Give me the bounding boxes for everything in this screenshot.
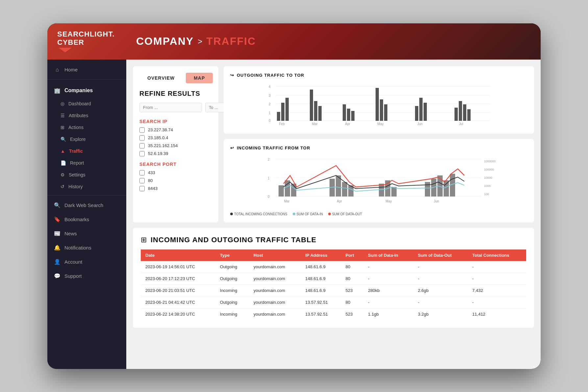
tab-row: OVERVIEW MAP <box>139 73 212 83</box>
incoming-chart-svg: 2 1 0 1000000 100000 10000 1000 100 <box>230 156 527 208</box>
svg-rect-11 <box>281 103 284 121</box>
svg-text:Jul: Jul <box>459 122 463 126</box>
table-title: INCOMING AND OUTGOING TRAFFIC TABLE <box>151 236 316 244</box>
table-cell-port: 523 <box>341 308 363 320</box>
table-row: 2023-06-20 21:03:51 UTCIncomingyourdomai… <box>141 284 526 296</box>
svg-rect-13 <box>310 90 313 121</box>
sidebar-item-home[interactable]: ⌂ Home <box>47 63 126 77</box>
sidebar-item-darkweb[interactable]: 🔍 Dark Web Search <box>47 198 126 212</box>
dashboard-icon: ◎ <box>61 101 64 106</box>
refine-results-title: REFINE RESULTS <box>139 90 212 97</box>
table-cell-type: Outgoing <box>215 296 249 308</box>
companies-icon: 🏢 <box>54 88 61 94</box>
ip-checkbox-input-2[interactable] <box>139 135 145 141</box>
port-checkbox-input-8443[interactable] <box>139 186 145 191</box>
incoming-traffic-chart: ↩ INCOMING TRAFFIC FROM TOR 2 1 0 100000… <box>224 139 534 222</box>
table-cell-data_out: - <box>413 273 468 284</box>
svg-text:100000: 100000 <box>484 168 494 171</box>
sidebar-item-support[interactable]: 💬 Support <box>47 269 126 283</box>
table-cell-data_out: 3.2gb <box>413 308 468 320</box>
support-icon: 💬 <box>54 273 61 279</box>
table-cell-host: yourdomain.com <box>249 308 301 320</box>
svg-rect-15 <box>318 106 322 121</box>
ip-checkbox-2[interactable]: 23.185.0.4 <box>139 135 212 141</box>
charts-panel: ↪ OUTGOING TRAFFIC TO TOR 4 3 2 1 0 <box>224 66 534 222</box>
tab-overview[interactable]: OVERVIEW <box>139 73 183 83</box>
sidebar-item-news[interactable]: 📰 News <box>47 226 126 241</box>
ip-checkbox-input-4[interactable] <box>139 151 145 156</box>
port-checkbox-input-80[interactable] <box>139 178 145 183</box>
table-cell-connections: - <box>468 296 526 308</box>
port-checkbox-input-433[interactable] <box>139 170 145 175</box>
port-checkbox-80[interactable]: 80 <box>139 178 212 183</box>
sidebar-item-explore[interactable]: 🔍 Explore <box>47 133 126 145</box>
table-cell-date: 2023-06-19 14:56:01 UTC <box>141 261 215 273</box>
table-cell-ip: 13.57.92.51 <box>301 296 341 308</box>
table-cell-ip: 148.61.6.9 <box>301 261 341 273</box>
svg-rect-10 <box>277 112 280 121</box>
explore-icon: 🔍 <box>61 137 66 142</box>
settings-icon: ⚙ <box>61 172 65 177</box>
actions-icon: ⊞ <box>61 125 64 130</box>
attributes-icon: ☰ <box>61 113 65 118</box>
svg-rect-55 <box>391 187 397 196</box>
ip-checkbox-input-3[interactable] <box>139 143 145 148</box>
account-icon: 👤 <box>54 259 61 265</box>
port-checkbox-433[interactable]: 433 <box>139 170 212 175</box>
ip-checkbox-input-1[interactable] <box>139 127 145 133</box>
svg-rect-22 <box>415 106 418 121</box>
sidebar-item-actions[interactable]: ⊞ Actions <box>47 121 126 133</box>
sidebar-item-settings[interactable]: ⚙ Settings <box>47 169 126 181</box>
sidebar-item-attributes[interactable]: ☰ Attributes <box>47 110 126 121</box>
table-row: 2023-06-22 14:38:20 UTCIncomingyourdomai… <box>141 308 526 320</box>
incoming-chart-icon: ↩ <box>230 145 234 150</box>
traffic-label: TRAFFIC <box>206 35 256 47</box>
ip-checkbox-list: 23.227.38.74 23.185.0.4 35.221.162.154 <box>139 127 212 156</box>
ip-checkbox-1[interactable]: 23.227.38.74 <box>139 127 212 133</box>
outgoing-chart-icon: ↪ <box>230 73 234 78</box>
news-icon: 📰 <box>54 230 61 237</box>
from-date-input[interactable] <box>139 103 202 112</box>
sidebar-item-history[interactable]: ↺ History <box>47 181 126 193</box>
legend-dot-connections <box>230 213 233 215</box>
sidebar-item-account[interactable]: 👤 Account <box>47 255 126 269</box>
logo-triangle-icon <box>59 48 72 52</box>
date-row <box>139 103 212 112</box>
sidebar-item-notifications[interactable]: 🔔 Notifications <box>47 241 126 255</box>
table-cell-port: 80 <box>341 273 363 284</box>
darkweb-icon: 🔍 <box>54 202 61 208</box>
tab-map[interactable]: MAP <box>186 73 213 83</box>
svg-text:2: 2 <box>268 158 270 161</box>
port-checkbox-8443[interactable]: 8443 <box>139 186 212 191</box>
svg-text:Feb: Feb <box>279 122 285 126</box>
col-header-type: Type <box>215 249 249 261</box>
table-cell-type: Incoming <box>215 308 249 320</box>
svg-text:4: 4 <box>269 85 271 89</box>
table-row: 2023-06-20 17:12:23 UTCOutgoingyourdomai… <box>141 273 526 284</box>
sidebar-item-report[interactable]: 📄 Report <box>47 157 126 169</box>
svg-rect-16 <box>343 104 346 121</box>
breadcrumb-arrow: > <box>198 37 202 46</box>
bookmarks-icon: 🔖 <box>54 216 61 222</box>
top-section: OVERVIEW MAP REFINE RESULTS SEARCH IP 23… <box>133 66 534 222</box>
sidebar-item-traffic[interactable]: ▲ Traffic <box>47 145 126 157</box>
sidebar-item-companies[interactable]: 🏢 Companies <box>47 82 126 98</box>
sidebar-item-dashboard[interactable]: ◎ Dashboard <box>47 98 126 110</box>
svg-text:1: 1 <box>269 111 271 115</box>
table-header-row-tr: Date Type Host IP Address Port Sum of Da… <box>141 249 526 261</box>
svg-rect-12 <box>285 98 289 121</box>
outgoing-chart-svg: 4 3 2 1 0 <box>230 83 527 126</box>
sidebar-divider-2 <box>47 195 126 196</box>
svg-rect-26 <box>459 101 462 121</box>
table-cell-type: Outgoing <box>215 273 249 284</box>
table-cell-data_in: 280kb <box>363 284 413 296</box>
table-cell-data_in: 1.1gb <box>363 308 413 320</box>
table-head: Date Type Host IP Address Port Sum of Da… <box>141 249 526 261</box>
report-icon: 📄 <box>61 160 66 166</box>
outgoing-chart-title: ↪ OUTGOING TRAFFIC TO TOR <box>230 73 527 78</box>
svg-rect-27 <box>463 104 466 121</box>
sidebar-item-bookmarks[interactable]: 🔖 Bookmarks <box>47 212 126 226</box>
ip-checkbox-3[interactable]: 35.221.162.154 <box>139 143 212 148</box>
table-cell-port: 80 <box>341 261 363 273</box>
ip-checkbox-4[interactable]: 52.6.19.39 <box>139 151 212 156</box>
